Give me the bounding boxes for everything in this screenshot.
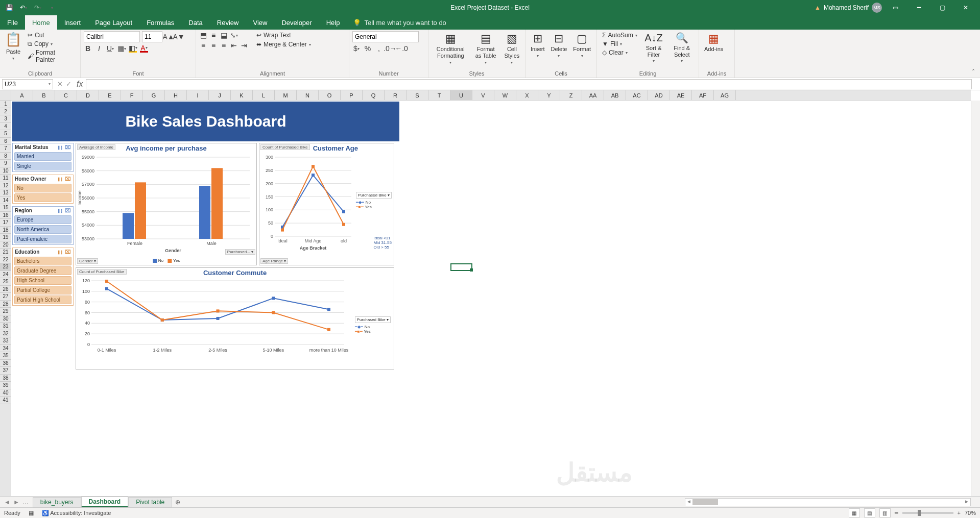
italic-button[interactable]: I <box>95 44 103 53</box>
column-header[interactable]: L <box>253 90 275 100</box>
accounting-format-icon[interactable]: $▾ <box>352 44 361 53</box>
row-header[interactable]: 26 <box>0 286 11 293</box>
row-header[interactable]: 29 <box>0 308 11 315</box>
row-header[interactable]: 25 <box>0 278 11 286</box>
name-box[interactable]: U23▾ <box>2 79 53 89</box>
delete-cells-button[interactable]: ⊟Delete▾ <box>549 31 569 59</box>
merge-center-button[interactable]: ⬌Merge & Center▾ <box>254 40 313 48</box>
tab-view[interactable]: View <box>246 15 274 30</box>
column-header[interactable]: M <box>275 90 297 100</box>
add-sheet-button[interactable]: ⊕ <box>172 499 183 506</box>
decrease-indent-icon[interactable]: ⇤ <box>230 41 238 50</box>
tell-me[interactable]: 💡 Tell me what you want to do <box>347 15 452 30</box>
row-header[interactable]: 1 <box>0 101 11 108</box>
enter-formula-icon[interactable]: ✓ <box>66 80 71 88</box>
fx-icon[interactable]: fx <box>74 80 86 89</box>
clear-filter-icon[interactable]: ⌧ <box>65 176 71 182</box>
slicer-item[interactable]: Partial College <box>14 286 71 294</box>
chart-field-label[interactable]: Average of Income <box>77 144 115 150</box>
column-header[interactable]: A <box>11 90 33 100</box>
column-header[interactable]: J <box>209 90 231 100</box>
clear-button[interactable]: ◇Clear▾ <box>600 48 639 57</box>
multiselect-icon[interactable]: ⫿⫿ <box>58 176 63 182</box>
chart-customer-commute[interactable]: Count of Purchased Bike Customer Commute… <box>76 267 394 369</box>
row-header[interactable]: 8 <box>0 153 11 160</box>
vertical-scrollbar[interactable] <box>971 101 980 496</box>
column-header[interactable]: X <box>516 90 538 100</box>
column-header[interactable]: D <box>77 90 99 100</box>
underline-button[interactable]: U▾ <box>106 44 114 53</box>
clear-filter-icon[interactable]: ⌧ <box>65 144 71 150</box>
column-header[interactable]: I <box>187 90 209 100</box>
chart-avg-income[interactable]: Average of Income Avg income per purchas… <box>76 143 257 265</box>
tab-page-layout[interactable]: Page Layout <box>88 15 139 30</box>
find-select-button[interactable]: 🔍Find & Select▾ <box>668 31 696 64</box>
legend-header[interactable]: Purchased Bike ▾ <box>355 316 391 323</box>
sheet-tab-dashboard[interactable]: Dashboard <box>81 497 129 508</box>
slicer-region[interactable]: Region⫿⫿⌧EuropeNorth AmericaPaciFemaleic <box>12 206 74 245</box>
copy-button[interactable]: ⧉Copy▾ <box>26 40 77 48</box>
zoom-level[interactable]: 70% <box>965 510 976 516</box>
align-left-icon[interactable]: ≡ <box>199 41 207 50</box>
chart-field-label[interactable]: Count of Purchased Bike <box>77 269 127 275</box>
formula-input[interactable] <box>86 79 972 89</box>
close-button[interactable]: ✕ <box>955 0 976 15</box>
format-as-table-button[interactable]: ▤Format as Table▾ <box>472 31 500 66</box>
multiselect-icon[interactable]: ⫿⫿ <box>58 249 63 255</box>
horizontal-scrollbar[interactable]: ◄► <box>685 498 971 506</box>
qat-customize[interactable]: ▾ <box>47 3 57 13</box>
row-header[interactable]: 6 <box>0 138 11 145</box>
row-header[interactable]: 17 <box>0 219 11 227</box>
bold-button[interactable]: B <box>84 44 92 53</box>
conditional-formatting-button[interactable]: ▦Conditional Formatting▾ <box>432 31 470 66</box>
undo-button[interactable]: ↶▾ <box>18 3 29 13</box>
zoom-out-button[interactable]: ━ <box>895 510 898 516</box>
row-header[interactable]: 13 <box>0 189 11 197</box>
redo-button[interactable]: ↷▾ <box>33 3 43 13</box>
format-cells-button[interactable]: ▢Format▾ <box>571 31 593 59</box>
row-header[interactable]: 4 <box>0 123 11 131</box>
multiselect-icon[interactable]: ⫿⫿ <box>58 144 63 150</box>
collapse-ribbon-icon[interactable]: ˄ <box>972 68 975 76</box>
row-header[interactable]: 22 <box>0 256 11 264</box>
borders-button[interactable]: ▦▾ <box>117 44 126 53</box>
column-header[interactable]: AC <box>626 90 648 100</box>
row-header[interactable]: 9 <box>0 160 11 167</box>
row-header[interactable]: 30 <box>0 315 11 323</box>
column-header[interactable]: Y <box>538 90 560 100</box>
align-center-icon[interactable]: ≡ <box>209 41 218 50</box>
font-name-input[interactable] <box>84 31 140 42</box>
avatar[interactable]: MS <box>872 3 882 13</box>
grid-cells[interactable]: Bike Sales Dashboard Marital Status⫿⫿⌧Ma… <box>11 101 971 496</box>
row-header[interactable]: 41 <box>0 397 11 404</box>
page-layout-view-button[interactable]: ▤ <box>864 508 875 517</box>
insert-cells-button[interactable]: ⊞Insert▾ <box>529 31 547 59</box>
normal-view-button[interactable]: ▦ <box>849 508 860 517</box>
tab-data[interactable]: Data <box>181 15 209 30</box>
cell-styles-button[interactable]: ▧Cell Styles▾ <box>502 31 522 66</box>
decrease-decimal-icon[interactable]: ←.0 <box>397 44 405 53</box>
row-header[interactable]: 19 <box>0 234 11 241</box>
fill-color-button[interactable]: ◧▾ <box>129 44 137 53</box>
slicer-home-owner[interactable]: Home Owner⫿⫿⌧NoYes <box>12 175 74 204</box>
orientation-icon[interactable]: ⤡▾ <box>230 31 238 39</box>
row-header[interactable]: 32 <box>0 330 11 338</box>
multiselect-icon[interactable]: ⫿⫿ <box>58 208 63 213</box>
slicer-item[interactable]: Bachelors <box>14 257 71 265</box>
row-header[interactable]: 28 <box>0 301 11 308</box>
column-header[interactable]: S <box>407 90 428 100</box>
increase-indent-icon[interactable]: ⇥ <box>240 41 248 50</box>
tab-home[interactable]: Home <box>25 15 57 30</box>
row-header[interactable]: 23 <box>0 263 11 271</box>
macro-record-icon[interactable]: ▦ <box>29 510 34 516</box>
slicer-item[interactable]: Yes <box>14 193 71 202</box>
column-header[interactable]: AA <box>582 90 604 100</box>
column-header[interactable]: AE <box>670 90 692 100</box>
cut-button[interactable]: ✂Cut <box>26 31 77 39</box>
row-header[interactable]: 11 <box>0 175 11 182</box>
row-header[interactable]: 14 <box>0 197 11 205</box>
comma-format-icon[interactable]: , <box>375 44 383 53</box>
column-header[interactable]: AD <box>648 90 670 100</box>
purchased-filter[interactable]: Purchased... ▾ <box>225 249 255 255</box>
row-header[interactable]: 12 <box>0 182 11 190</box>
